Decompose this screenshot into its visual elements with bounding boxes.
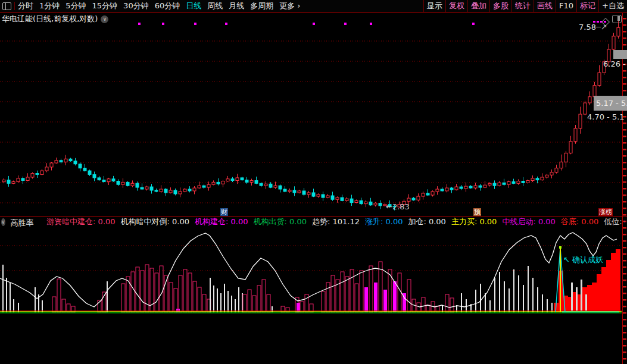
menu-period-2[interactable]: 5分钟 bbox=[63, 0, 89, 12]
arrow-up-left-icon: ↖ bbox=[563, 255, 570, 264]
arrow-left-icon: ← bbox=[386, 202, 392, 211]
page-title: 华电辽能(日线,前复权,对数) bbox=[2, 14, 98, 24]
indicator-name[interactable]: 起爆点高胜率(34,9,3) bbox=[11, 217, 42, 227]
indicator-field-2: 机构建仓: 0.00 bbox=[195, 217, 248, 227]
menu-tool-4[interactable]: 统计 bbox=[511, 0, 534, 12]
menu-tool-3[interactable]: 多股 bbox=[489, 0, 511, 12]
indicator-field-6: 加仓: 0.00 bbox=[408, 217, 445, 227]
menu-tool-7[interactable]: 标记 bbox=[576, 0, 598, 12]
high-price-marker: 7.58─↗ bbox=[579, 23, 607, 32]
indicator-field-0: 游资暗中建仓: 0.00 bbox=[46, 217, 115, 227]
low-price-marker: ←2.83 bbox=[386, 202, 410, 211]
panel-separator bbox=[0, 216, 627, 216]
menu-period-5[interactable]: 60分钟 bbox=[152, 0, 183, 12]
menu-period-1[interactable]: 1分钟 bbox=[36, 0, 63, 12]
event-badge-0[interactable]: 财 bbox=[220, 208, 228, 216]
collapse-icon[interactable]: ∨ bbox=[1, 218, 5, 226]
indicator-field-4: 趋势: 101.12 bbox=[312, 217, 360, 227]
indicator-header: ∨ 起爆点高胜率(34,9,3) 游资暗中建仓: 0.00机构暗中对倒: 0.0… bbox=[1, 217, 625, 227]
price-range-mid: 5.17 - 5.1 bbox=[594, 99, 627, 108]
tools-menu: 显示复权叠加多股统计画线F10标记+自选 bbox=[423, 0, 627, 12]
indicator-fields: 游资暗中建仓: 0.00机构暗中对倒: 0.00机构建仓: 0.00机构出货: … bbox=[46, 217, 625, 227]
arrow-up-right-icon: ─↗ bbox=[596, 23, 607, 32]
menu-period-3[interactable]: 15分钟 bbox=[89, 0, 121, 12]
indicator-field-7: 主力买: 0.00 bbox=[451, 217, 497, 227]
menu-tool-1[interactable]: 复权 bbox=[445, 0, 467, 12]
indicator-field-10: 低位: 0.00 bbox=[604, 217, 625, 227]
event-badge-2[interactable]: 涨榜 bbox=[598, 208, 613, 216]
indicator-field-8: 中线启动: 0.00 bbox=[502, 217, 555, 227]
menu-period-9[interactable]: 多周期 bbox=[247, 0, 276, 12]
window-layout-icon[interactable] bbox=[2, 2, 11, 10]
app-window: 分时1分钟5分钟15分钟30分钟60分钟日线周线月线多周期更多 › 显示复权叠加… bbox=[0, 0, 627, 364]
chart-title-row: 华电辽能(日线,前复权,对数) ∨ bbox=[2, 14, 108, 24]
indicator-field-5: 涨升: 0.00 bbox=[365, 217, 403, 227]
indicator-field-9: 谷底: 0.00 bbox=[561, 217, 598, 227]
price-level-626: 6.26 - bbox=[603, 59, 626, 68]
menu-tool-5[interactable]: 画线 bbox=[534, 0, 556, 12]
price-range-box: 5.17 - 5.1 bbox=[594, 96, 627, 111]
menu-period-4[interactable]: 30分钟 bbox=[120, 0, 152, 12]
chevron-down-icon[interactable]: ∨ bbox=[101, 15, 108, 23]
menu-period-8[interactable]: 月线 bbox=[226, 0, 247, 12]
price-range-low: 4.70 - 5.1 bbox=[587, 112, 625, 121]
period-menu: 分时1分钟5分钟15分钟30分钟60分钟日线周线月线多周期更多 › bbox=[15, 0, 304, 12]
menu-period-7[interactable]: 周线 bbox=[204, 0, 226, 12]
menu-tool-8[interactable]: +自选 bbox=[598, 0, 627, 12]
menu-tool-0[interactable]: 显示 bbox=[423, 0, 445, 12]
chart-canvas[interactable] bbox=[0, 0, 627, 364]
menu-period-6[interactable]: 日线 bbox=[183, 0, 204, 12]
spike-annotation: ↖ 确认成妖 bbox=[563, 255, 603, 265]
menu-tool-6[interactable]: F10 bbox=[556, 0, 576, 12]
event-badge-1[interactable]: 预 bbox=[473, 208, 481, 216]
indicator-field-1: 机构暗中对倒: 0.00 bbox=[121, 217, 189, 227]
panel-layout-icon[interactable] bbox=[612, 14, 622, 26]
menu-tool-2[interactable]: 叠加 bbox=[467, 0, 489, 12]
top-menubar: 分时1分钟5分钟15分钟30分钟60分钟日线周线月线多周期更多 › 显示复权叠加… bbox=[0, 0, 627, 13]
menu-period-0[interactable]: 分时 bbox=[15, 0, 36, 12]
indicator-field-3: 机构出货: 0.00 bbox=[254, 217, 307, 227]
menu-period-10[interactable]: 更多 › bbox=[276, 0, 303, 12]
halt-zone-box bbox=[613, 50, 627, 59]
